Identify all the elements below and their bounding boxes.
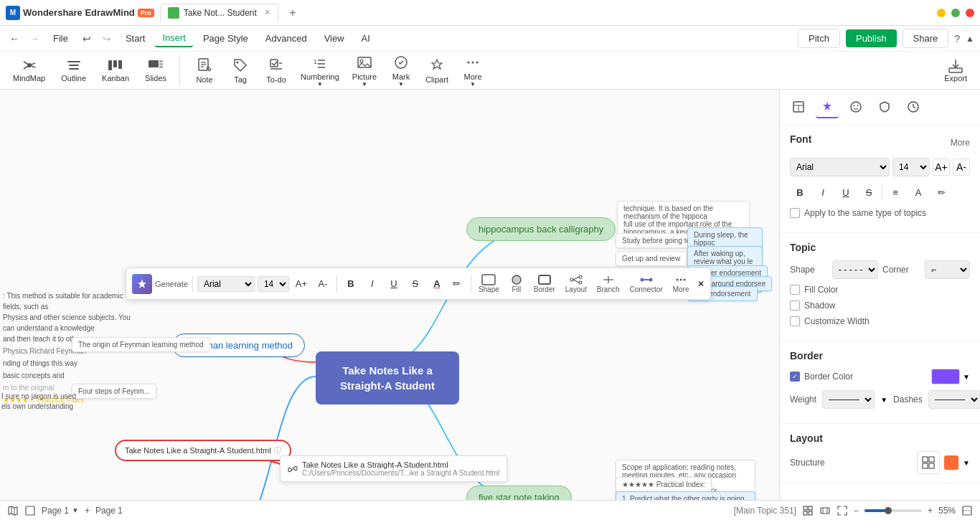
slides-view-button[interactable]: Slides <box>138 55 174 85</box>
ft-more-button[interactable]: More <box>670 273 692 295</box>
font-size-select[interactable]: 14 <box>892 158 930 176</box>
structure-color-swatch[interactable] <box>944 455 958 470</box>
ft-strikethrough-button[interactable]: S <box>406 275 425 293</box>
minimize-button[interactable] <box>937 9 946 17</box>
zoom-in-button[interactable]: + <box>928 506 933 516</box>
undo-button[interactable]: ↩ <box>78 30 95 47</box>
note-tool[interactable]: Note <box>187 54 222 87</box>
panel-tab-face[interactable] <box>844 95 867 118</box>
zoom-out-button[interactable]: − <box>854 506 859 516</box>
ft-bold-button[interactable]: B <box>341 275 360 293</box>
page-dropdown-arrow[interactable]: ▼ <box>72 506 79 514</box>
ft-fill-button[interactable]: Fill <box>507 273 527 295</box>
menu-file[interactable]: File <box>46 30 75 47</box>
ft-close-button[interactable]: ✕ <box>697 279 705 289</box>
font-color-button[interactable]: A <box>908 182 928 202</box>
structure-icon-grid[interactable] <box>917 451 940 474</box>
outline-view-button[interactable]: Outline <box>54 55 93 85</box>
ft-size-increase[interactable]: A+ <box>292 275 311 293</box>
tab-close-icon[interactable]: ✕ <box>264 8 270 17</box>
actual-size-button[interactable] <box>819 505 831 516</box>
publish-button[interactable]: Publish <box>846 29 897 47</box>
full-screen-button[interactable] <box>837 505 848 516</box>
fill-color-checkbox[interactable] <box>790 285 800 295</box>
close-button[interactable] <box>966 9 974 17</box>
weight-select[interactable]: ───── <box>822 390 875 409</box>
border-color-chevron[interactable]: ▼ <box>963 373 970 381</box>
mindmap-view-button[interactable]: MindMap <box>6 55 52 85</box>
fit-view-button[interactable] <box>802 505 814 516</box>
ft-layout-button[interactable]: Layout <box>562 273 590 295</box>
hippocampus-node[interactable]: hippocampus back calligraphy <box>466 217 616 241</box>
help-icon[interactable]: ? <box>954 33 960 44</box>
ft-connector-button[interactable]: Connector <box>627 273 666 295</box>
ft-branch-button[interactable]: Branch <box>594 273 623 295</box>
current-page-tab[interactable]: Page 1 <box>95 506 123 516</box>
ft-italic-button[interactable]: I <box>363 275 382 293</box>
weight-chevron[interactable]: ▼ <box>880 396 887 404</box>
numbering-tool[interactable]: 1. Numbering ▼ <box>295 51 345 90</box>
structure-chevron[interactable]: ▼ <box>963 459 970 467</box>
ft-border-button[interactable]: Border <box>531 273 558 295</box>
more-tool[interactable]: More ▼ <box>456 51 490 90</box>
maximize-button[interactable] <box>951 9 960 17</box>
align-button[interactable]: ≡ <box>885 182 905 202</box>
font-decrease-button[interactable]: A- <box>953 159 970 176</box>
add-page-button[interactable]: + <box>85 506 90 516</box>
redo-button[interactable]: ↪ <box>98 30 116 47</box>
nav-back-button[interactable]: ← <box>6 30 23 47</box>
take-notes-link-node[interactable]: Take Notes Like a Straight-A Student.htm… <box>115 440 291 461</box>
new-tab-button[interactable]: + <box>284 4 301 22</box>
ft-size-select[interactable]: 14 <box>258 276 289 292</box>
ft-highlight-button[interactable]: ✏ <box>448 275 466 293</box>
todo-tool[interactable]: To-do <box>259 54 293 87</box>
export-button[interactable]: Export <box>937 55 974 85</box>
pitch-button[interactable]: Pitch <box>798 29 840 48</box>
bold-button[interactable]: B <box>790 182 810 202</box>
underline-button[interactable]: U <box>836 182 856 202</box>
ft-font-color-button[interactable]: A <box>428 275 446 293</box>
border-color-swatch[interactable] <box>931 369 960 384</box>
menu-ai[interactable]: AI <box>354 30 377 47</box>
font-increase-button[interactable]: A+ <box>933 159 950 176</box>
highlight-button[interactable]: ✏ <box>931 182 951 202</box>
customize-width-checkbox[interactable] <box>790 316 800 326</box>
strikethrough-button[interactable]: S <box>859 182 879 202</box>
menu-advanced[interactable]: Advanced <box>258 30 314 47</box>
picture-tool[interactable]: Picture ▼ <box>347 51 382 90</box>
menu-page-style[interactable]: Page Style <box>196 30 255 47</box>
expand-icon-button[interactable] <box>24 505 36 516</box>
zoom-level[interactable]: 55% <box>938 506 956 516</box>
dashes-select[interactable]: ───── <box>928 390 980 409</box>
menu-insert[interactable]: Insert <box>155 29 193 47</box>
corner-select[interactable]: ⌐ <box>925 260 970 279</box>
zoom-slider[interactable] <box>864 509 922 512</box>
panel-tab-layout[interactable] <box>787 95 810 118</box>
menu-start[interactable]: Start <box>118 30 152 47</box>
mark-tool[interactable]: Mark ▼ <box>384 51 418 90</box>
map-icon-button[interactable] <box>7 505 19 516</box>
kanban-view-button[interactable]: Kanban <box>95 55 136 85</box>
generate-label[interactable]: Generate <box>155 280 188 288</box>
italic-button[interactable]: I <box>813 182 833 202</box>
share-button[interactable]: Share <box>903 29 949 48</box>
font-more-link[interactable]: More <box>951 138 970 148</box>
font-family-select[interactable]: Arial <box>790 158 890 176</box>
apply-same-checkbox[interactable] <box>790 208 800 218</box>
shadow-checkbox[interactable] <box>790 301 800 311</box>
ft-size-decrease[interactable]: A- <box>314 275 332 293</box>
active-tab[interactable]: Take Not... Student ✕ <box>160 4 278 22</box>
panel-tab-sparkle[interactable] <box>816 95 839 118</box>
shape-select[interactable]: - - - - - <box>832 260 878 279</box>
nav-forward-button[interactable]: → <box>26 30 43 47</box>
panel-tab-clock[interactable] <box>902 95 925 118</box>
ft-underline-button[interactable]: U <box>385 275 403 293</box>
tag-tool[interactable]: Tag <box>223 54 258 87</box>
menu-view[interactable]: View <box>317 30 352 47</box>
panel-tab-shield[interactable] <box>873 95 896 118</box>
ft-shape-button[interactable]: Shape <box>476 273 502 295</box>
border-color-checkbox[interactable]: ✓ <box>790 372 800 382</box>
central-node[interactable]: Take Notes Like aStraight-A Student <box>316 351 459 405</box>
fit-page-button[interactable] <box>961 505 973 516</box>
collapse-icon[interactable]: ▲ <box>966 34 974 44</box>
